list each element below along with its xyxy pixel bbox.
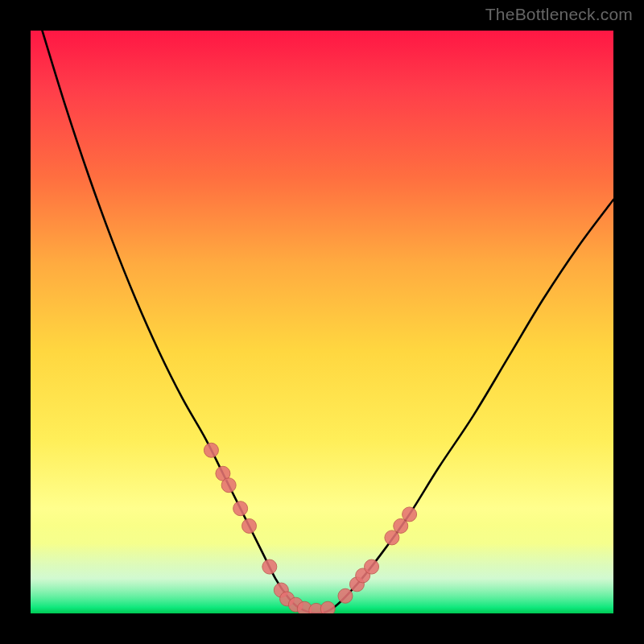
data-marker: [365, 559, 379, 574]
data-marker: [338, 588, 353, 603]
watermark-text: TheBottleneck.com: [485, 5, 633, 24]
data-marker: [221, 478, 236, 493]
data-marker: [402, 507, 417, 522]
bottleneck-curve: [42, 31, 613, 613]
data-marker: [262, 559, 277, 574]
data-marker: [320, 601, 335, 613]
data-marker: [242, 518, 257, 533]
chart-container: TheBottleneck.com: [0, 0, 644, 644]
data-marker: [204, 443, 218, 457]
plot-area: [31, 31, 613, 613]
chart-svg: [31, 31, 613, 613]
data-marker: [233, 502, 248, 516]
data-markers: [204, 443, 416, 613]
